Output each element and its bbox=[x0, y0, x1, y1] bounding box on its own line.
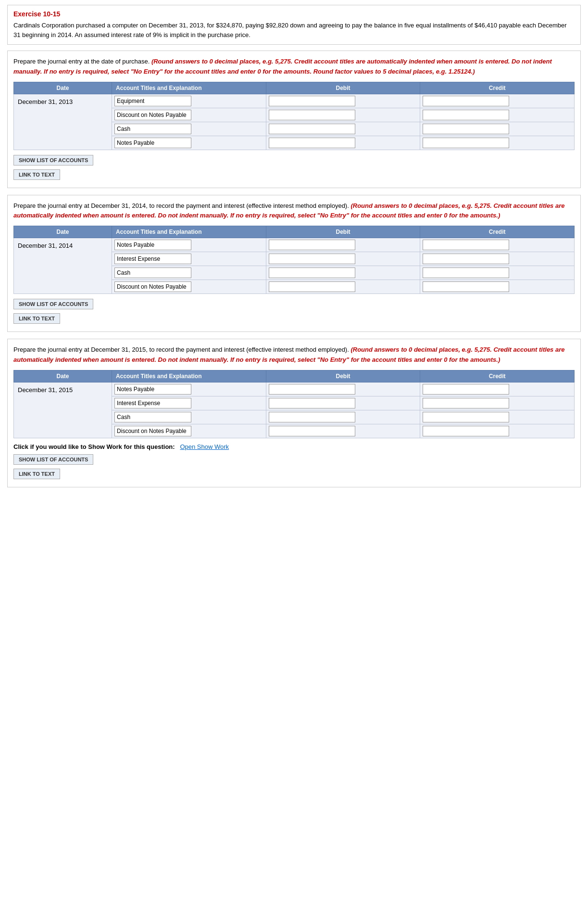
col-debit-3: Debit bbox=[266, 370, 420, 382]
section1-instruction: Prepare the journal entry at the date of… bbox=[13, 57, 575, 77]
credit-input-2-0[interactable] bbox=[423, 240, 509, 250]
account-input-2-1[interactable] bbox=[114, 254, 191, 264]
debit-cell-3-1 bbox=[266, 396, 420, 410]
credit-input-3-1[interactable] bbox=[423, 398, 509, 408]
debit-cell-1-1 bbox=[266, 108, 420, 122]
open-show-work-link[interactable]: Open Show Work bbox=[180, 443, 229, 450]
account-input-3-3[interactable] bbox=[114, 426, 191, 436]
credit-cell-3-0 bbox=[420, 382, 575, 396]
debit-input-1-0[interactable] bbox=[269, 96, 355, 106]
debit-input-2-0[interactable] bbox=[269, 240, 355, 250]
debit-input-3-2[interactable] bbox=[269, 412, 355, 422]
account-input-1-0[interactable] bbox=[114, 96, 191, 106]
debit-input-1-3[interactable] bbox=[269, 138, 355, 148]
section1-box: Prepare the journal entry at the date of… bbox=[7, 51, 581, 188]
debit-input-3-1[interactable] bbox=[269, 398, 355, 408]
account-input-2-2[interactable] bbox=[114, 268, 191, 278]
credit-input-1-2[interactable] bbox=[423, 124, 509, 134]
credit-input-2-3[interactable] bbox=[423, 281, 509, 292]
col-account-3: Account Titles and Explanation bbox=[112, 370, 266, 382]
section3-instruction: Prepare the journal entry at December 31… bbox=[13, 345, 575, 365]
account-cell-2-1 bbox=[112, 252, 266, 266]
debit-cell-2-1 bbox=[266, 252, 420, 266]
exercise-title: Exercise 10-15 bbox=[13, 10, 575, 18]
account-cell-3-3 bbox=[112, 424, 266, 438]
debit-input-2-3[interactable] bbox=[269, 281, 355, 292]
account-cell-2-0 bbox=[112, 238, 266, 252]
account-input-3-1[interactable] bbox=[114, 398, 191, 408]
account-cell-1-3 bbox=[112, 136, 266, 150]
credit-cell-1-2 bbox=[420, 122, 575, 136]
credit-input-3-2[interactable] bbox=[423, 412, 509, 422]
table-row: December 31, 2014 bbox=[14, 238, 575, 252]
section3-buttons: SHOW LIST OF ACCOUNTS LINK TO TEXT bbox=[13, 454, 575, 481]
credit-input-1-3[interactable] bbox=[423, 138, 509, 148]
account-cell-2-3 bbox=[112, 280, 266, 294]
credit-input-3-3[interactable] bbox=[423, 426, 509, 436]
show-list-button-3[interactable]: SHOW LIST OF ACCOUNTS bbox=[13, 454, 93, 465]
credit-cell-1-3 bbox=[420, 136, 575, 150]
table-row: December 31, 2015 bbox=[14, 382, 575, 396]
credit-cell-1-1 bbox=[420, 108, 575, 122]
date-cell-1: December 31, 2013 bbox=[14, 94, 112, 150]
credit-cell-2-3 bbox=[420, 280, 575, 294]
account-cell-2-2 bbox=[112, 266, 266, 280]
debit-input-1-1[interactable] bbox=[269, 110, 355, 120]
credit-input-3-0[interactable] bbox=[423, 384, 509, 395]
debit-cell-3-2 bbox=[266, 410, 420, 424]
date-cell-2: December 31, 2014 bbox=[14, 238, 112, 294]
col-credit-1: Credit bbox=[420, 82, 575, 94]
col-date-3: Date bbox=[14, 370, 112, 382]
account-cell-3-0 bbox=[112, 382, 266, 396]
section1-buttons: SHOW LIST OF ACCOUNTS LINK TO TEXT bbox=[13, 155, 575, 182]
credit-cell-3-3 bbox=[420, 424, 575, 438]
col-account-2: Account Titles and Explanation bbox=[112, 226, 266, 238]
account-input-1-2[interactable] bbox=[114, 124, 191, 134]
debit-input-2-2[interactable] bbox=[269, 268, 355, 278]
debit-cell-2-2 bbox=[266, 266, 420, 280]
col-debit-2: Debit bbox=[266, 226, 420, 238]
table-row: December 31, 2013 bbox=[14, 94, 575, 108]
credit-cell-2-2 bbox=[420, 266, 575, 280]
debit-input-1-2[interactable] bbox=[269, 124, 355, 134]
account-cell-3-1 bbox=[112, 396, 266, 410]
section2-plain: Prepare the journal entry at December 31… bbox=[13, 202, 350, 209]
debit-input-2-1[interactable] bbox=[269, 254, 355, 264]
show-work-row: Click if you would like to Show Work for… bbox=[13, 443, 575, 450]
section3-plain: Prepare the journal entry at December 31… bbox=[13, 346, 350, 353]
credit-cell-1-0 bbox=[420, 94, 575, 108]
credit-cell-2-1 bbox=[420, 252, 575, 266]
debit-cell-1-0 bbox=[266, 94, 420, 108]
debit-input-3-3[interactable] bbox=[269, 426, 355, 436]
account-input-2-3[interactable] bbox=[114, 281, 191, 292]
account-input-1-1[interactable] bbox=[114, 110, 191, 120]
credit-input-2-1[interactable] bbox=[423, 254, 509, 264]
link-to-text-button-1[interactable]: LINK TO TEXT bbox=[13, 169, 60, 180]
date-cell-3: December 31, 2015 bbox=[14, 382, 112, 438]
link-to-text-button-2[interactable]: LINK TO TEXT bbox=[13, 313, 60, 324]
problem-text: Cardinals Corporation purchased a comput… bbox=[13, 21, 575, 39]
credit-input-2-2[interactable] bbox=[423, 268, 509, 278]
show-work-label: Click if you would like to Show Work for… bbox=[13, 443, 175, 450]
section3-box: Prepare the journal entry at December 31… bbox=[7, 339, 581, 487]
show-list-button-1[interactable]: SHOW LIST OF ACCOUNTS bbox=[13, 155, 93, 166]
debit-cell-2-3 bbox=[266, 280, 420, 294]
debit-cell-3-3 bbox=[266, 424, 420, 438]
show-list-button-2[interactable]: SHOW LIST OF ACCOUNTS bbox=[13, 299, 93, 309]
section2-box: Prepare the journal entry at December 31… bbox=[7, 195, 581, 332]
credit-cell-2-0 bbox=[420, 238, 575, 252]
account-input-3-2[interactable] bbox=[114, 412, 191, 422]
credit-cell-3-1 bbox=[420, 396, 575, 410]
section1-plain: Prepare the journal entry at the date of… bbox=[13, 58, 151, 65]
debit-input-3-0[interactable] bbox=[269, 384, 355, 395]
section2-instruction: Prepare the journal entry at December 31… bbox=[13, 201, 575, 221]
account-input-3-0[interactable] bbox=[114, 384, 191, 395]
section1-table: Date Account Titles and Explanation Debi… bbox=[13, 82, 575, 150]
account-input-1-3[interactable] bbox=[114, 138, 191, 148]
credit-input-1-0[interactable] bbox=[423, 96, 509, 106]
credit-input-1-1[interactable] bbox=[423, 110, 509, 120]
link-to-text-button-3[interactable]: LINK TO TEXT bbox=[13, 469, 60, 479]
debit-cell-3-0 bbox=[266, 382, 420, 396]
account-input-2-0[interactable] bbox=[114, 240, 191, 250]
account-cell-1-2 bbox=[112, 122, 266, 136]
